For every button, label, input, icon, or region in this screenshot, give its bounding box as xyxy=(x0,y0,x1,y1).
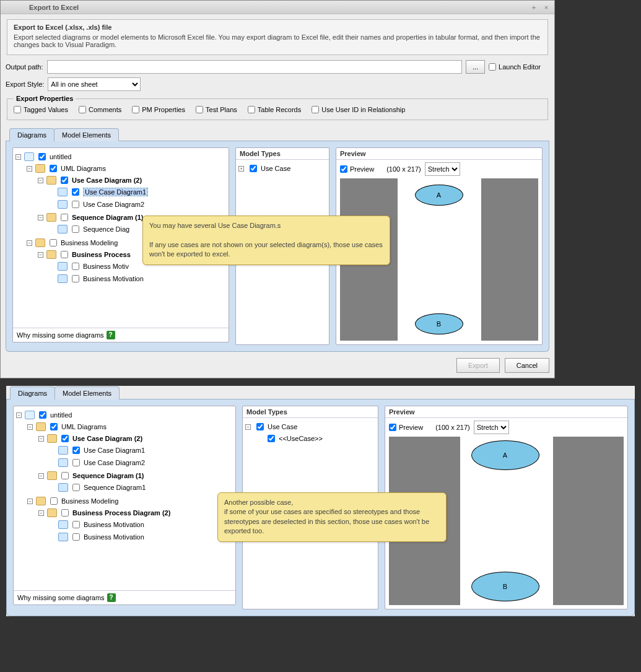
node-usecase-cat[interactable]: Use Case Diagram (2) xyxy=(72,177,142,184)
tab-diagrams[interactable]: Diagrams xyxy=(9,128,55,141)
toggle-icon[interactable]: − xyxy=(16,412,22,418)
cancel-button[interactable]: Cancel xyxy=(505,358,549,373)
minimize-icon[interactable]: + xyxy=(530,3,538,12)
chk-bm2[interactable] xyxy=(72,275,79,282)
chk-mt-usecase[interactable] xyxy=(256,423,264,430)
close-icon[interactable]: × xyxy=(542,3,551,12)
node-uml[interactable]: UML Diagrams xyxy=(61,165,106,172)
node-seq1[interactable]: Sequence Diag xyxy=(83,225,129,233)
chk-userid[interactable]: Use User ID in Relationship xyxy=(312,106,405,113)
toggle-icon[interactable]: − xyxy=(27,166,32,172)
preview-mode-select[interactable]: Stretch xyxy=(425,162,460,176)
node-bm1[interactable]: Business Motivation xyxy=(84,521,144,528)
node-bpd[interactable]: Business Process xyxy=(72,251,131,258)
chk-comments[interactable]: Comments xyxy=(79,106,121,113)
help-icon[interactable]: ? xyxy=(107,593,116,602)
toggle-icon[interactable]: − xyxy=(27,240,32,246)
chk-seq1[interactable] xyxy=(72,484,80,491)
model-types-title: Model Types xyxy=(236,148,329,160)
toggle-icon[interactable]: − xyxy=(38,436,44,442)
tab-model-elements[interactable]: Model Elements xyxy=(54,128,119,141)
toggle-icon[interactable]: − xyxy=(38,473,44,479)
preview-mode-select[interactable]: Stretch xyxy=(474,421,509,434)
toggle-icon[interactable]: − xyxy=(27,424,33,430)
chk-seq-cat[interactable] xyxy=(61,214,68,221)
node-bm1[interactable]: Business Motiv xyxy=(83,263,129,270)
chk-pm[interactable]: PM Properties xyxy=(132,106,185,113)
chk-table[interactable]: Table Records xyxy=(248,106,301,113)
chk-test[interactable]: Test Plans xyxy=(196,106,237,113)
chk-seq-cat[interactable] xyxy=(61,472,69,479)
chk-usecase-cat[interactable] xyxy=(61,177,68,184)
diagram-icon xyxy=(58,262,68,271)
chk-usecase1[interactable] xyxy=(72,188,79,196)
folder-icon xyxy=(46,176,56,185)
usecase-ellipse-b: B xyxy=(415,313,463,334)
node-seq-cat[interactable]: Sequence Diagram (1) xyxy=(72,472,144,479)
toggle-icon[interactable]: + xyxy=(238,166,244,172)
mt-usecase[interactable]: Use Case xyxy=(261,165,290,172)
chk-untitled[interactable] xyxy=(38,153,46,160)
export-dialog: Export to Excel + × Export to Excel (.xl… xyxy=(0,0,555,378)
mt-usecase[interactable]: Use Case xyxy=(268,423,297,430)
chk-bm1[interactable] xyxy=(72,521,80,528)
tooltip-callout: You may have several Use Case Diagram.s … xyxy=(142,216,390,265)
chk-usecase2[interactable] xyxy=(72,459,80,466)
export-button[interactable]: Export xyxy=(456,358,500,373)
chk-usecase2[interactable] xyxy=(72,201,79,208)
chk-usecase1[interactable] xyxy=(72,447,80,454)
node-bpd[interactable]: Business Process Diagram (2) xyxy=(72,509,170,517)
chk-untitled[interactable] xyxy=(39,411,46,419)
toggle-icon[interactable]: − xyxy=(245,424,251,430)
toggle-icon[interactable]: − xyxy=(38,215,43,220)
chk-uml[interactable] xyxy=(50,165,57,172)
toggle-icon[interactable]: − xyxy=(38,252,43,258)
diagram-tree-panel: −untitled −UML Diagrams −Use Case Diagra… xyxy=(13,406,236,605)
tab-diagrams[interactable]: Diagrams xyxy=(10,386,55,399)
node-seq-cat[interactable]: Sequence Diagram (1) xyxy=(72,214,144,221)
chk-biz[interactable] xyxy=(50,239,57,247)
node-usecase1[interactable]: Use Case Diagram1 xyxy=(83,188,148,196)
node-bm2[interactable]: Business Motivation xyxy=(83,275,144,282)
help-icon[interactable]: ? xyxy=(107,331,115,339)
chk-seq1[interactable] xyxy=(72,225,79,233)
chk-mt-usecase[interactable] xyxy=(250,165,257,172)
node-bm2[interactable]: Business Motivation xyxy=(84,533,144,541)
chk-bpd[interactable] xyxy=(61,251,68,258)
chk-tagged[interactable]: Tagged Values xyxy=(14,106,68,113)
tab-model-elements[interactable]: Model Elements xyxy=(55,386,120,399)
toggle-icon[interactable]: − xyxy=(27,499,33,504)
node-seq1[interactable]: Sequence Diagram1 xyxy=(84,484,146,491)
preview-checkbox[interactable]: Preview xyxy=(340,165,374,173)
node-usecase2[interactable]: Use Case Diagram2 xyxy=(83,201,144,208)
chk-bpd[interactable] xyxy=(61,509,69,517)
header-title: Export to Excel (.xlsx, .xls) file xyxy=(14,24,541,31)
toggle-icon[interactable]: − xyxy=(15,154,21,160)
node-uml[interactable]: UML Diagrams xyxy=(61,423,107,430)
node-usecase1[interactable]: Use Case Diagram1 xyxy=(84,447,145,454)
chk-bm2[interactable] xyxy=(72,533,80,541)
preview-title: Preview xyxy=(336,148,542,160)
toggle-icon[interactable]: − xyxy=(38,178,43,183)
node-usecase-cat[interactable]: Use Case Diagram (2) xyxy=(72,435,142,442)
preview-checkbox[interactable]: Preview xyxy=(389,424,423,431)
launch-editor-checkbox[interactable]: Launch Editor xyxy=(489,63,541,71)
output-path-input[interactable] xyxy=(47,60,462,74)
folder-icon xyxy=(46,250,56,259)
browse-button[interactable]: ... xyxy=(466,60,485,74)
toggle-icon[interactable]: − xyxy=(38,510,44,516)
chk-bm1[interactable] xyxy=(72,263,79,270)
titlebar[interactable]: Export to Excel + × xyxy=(1,1,554,14)
node-untitled[interactable]: untitled xyxy=(50,411,72,419)
chk-uml[interactable] xyxy=(50,423,58,430)
node-untitled[interactable]: untitled xyxy=(50,153,71,160)
chk-mt-stereo[interactable] xyxy=(268,435,275,442)
mt-stereo[interactable]: <<UseCase>> xyxy=(279,435,323,442)
chk-usecase-cat[interactable] xyxy=(61,435,69,442)
export-style-select[interactable]: All in one sheet xyxy=(48,77,141,91)
node-biz[interactable]: Business Modeling xyxy=(61,497,118,505)
node-biz[interactable]: Business Modeling xyxy=(61,239,118,247)
node-usecase2[interactable]: Use Case Diagram2 xyxy=(84,459,145,466)
usecase-ellipse-a: A xyxy=(415,185,463,206)
chk-biz[interactable] xyxy=(50,497,58,505)
